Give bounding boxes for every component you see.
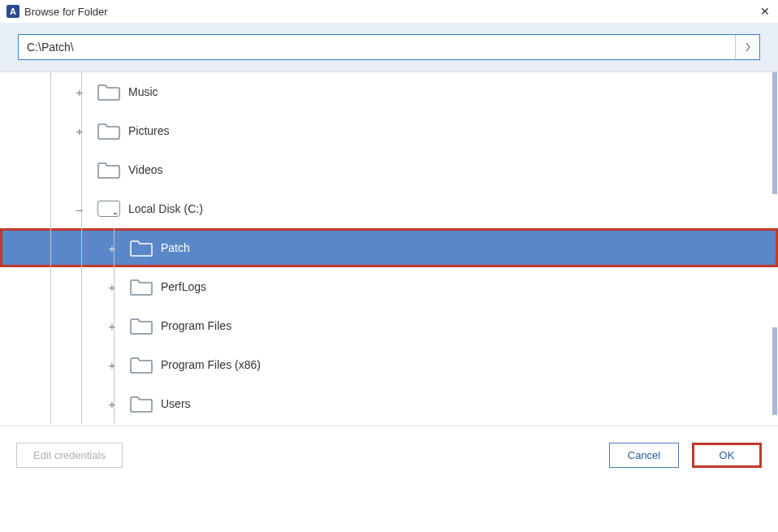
expand-icon[interactable]: +: [75, 124, 84, 138]
folder-icon: [130, 278, 153, 296]
row-content: Patch: [0, 239, 190, 257]
tree-item-label: Patch: [161, 241, 190, 254]
folder-icon: [130, 317, 153, 335]
go-button[interactable]: [735, 35, 759, 59]
disk-icon: [97, 201, 120, 217]
path-bar: [0, 23, 778, 72]
ok-button[interactable]: OK: [692, 443, 762, 468]
tree-item-label: Local Disk (C:): [128, 202, 203, 215]
tree-row[interactable]: Videos: [0, 150, 778, 189]
folder-icon: [130, 395, 153, 413]
window-title: Browse for Folder: [24, 6, 108, 18]
expand-icon[interactable]: +: [107, 358, 117, 372]
expand-icon[interactable]: +: [107, 397, 117, 411]
titlebar: A Browse for Folder ✕: [0, 0, 778, 23]
app-icon: A: [6, 5, 19, 18]
row-content: Users: [0, 395, 191, 413]
tree-container: + Music+ Pictures Videos–Local Disk (C:)…: [0, 72, 778, 426]
scrollbar[interactable]: [771, 72, 777, 426]
folder-icon: [130, 239, 153, 257]
tree-item-label: Users: [161, 397, 191, 410]
expand-icon[interactable]: +: [107, 319, 117, 333]
scroll-thumb[interactable]: [772, 72, 777, 194]
tree-row[interactable]: + Program Files: [0, 306, 778, 345]
expand-icon[interactable]: +: [107, 280, 117, 294]
row-content: Local Disk (C:): [0, 201, 203, 217]
collapse-icon[interactable]: –: [75, 202, 84, 216]
tree-item-label: Program Files (x86): [161, 358, 261, 371]
chevron-right-icon: [745, 42, 751, 52]
row-content: Program Files (x86): [0, 356, 261, 374]
scroll-thumb[interactable]: [772, 327, 777, 415]
tree-item-label: Videos: [128, 163, 163, 176]
tree-item-label: Pictures: [128, 124, 170, 137]
path-field: [18, 34, 760, 60]
cancel-button[interactable]: Cancel: [609, 443, 679, 468]
folder-tree[interactable]: + Music+ Pictures Videos–Local Disk (C:)…: [0, 72, 778, 423]
tree-row[interactable]: + PerfLogs: [0, 267, 778, 306]
tree-row[interactable]: + Pictures: [0, 111, 778, 150]
tree-row[interactable]: + Patch: [0, 228, 778, 267]
tree-row[interactable]: + Music: [0, 72, 778, 111]
folder-icon: [97, 161, 120, 179]
footer: Edit credentials Cancel OK: [0, 426, 778, 484]
tree-item-label: PerfLogs: [161, 280, 206, 293]
folder-icon: [97, 122, 120, 140]
row-content: PerfLogs: [0, 278, 206, 296]
titlebar-left: A Browse for Folder: [6, 5, 108, 18]
tree-item-label: Music: [128, 85, 158, 98]
edit-credentials-button[interactable]: Edit credentials: [16, 443, 123, 468]
folder-icon: [130, 356, 153, 374]
tree-item-label: Program Files: [161, 319, 231, 332]
tree-row[interactable]: + Users: [0, 384, 778, 423]
folder-icon: [97, 83, 120, 101]
tree-row[interactable]: + Program Files (x86): [0, 345, 778, 384]
path-input[interactable]: [19, 35, 735, 59]
row-content: Pictures: [0, 122, 170, 140]
expand-icon[interactable]: +: [75, 85, 84, 99]
tree-row[interactable]: –Local Disk (C:): [0, 189, 778, 228]
footer-right: Cancel OK: [609, 443, 762, 468]
expand-icon[interactable]: +: [107, 241, 117, 255]
close-icon[interactable]: ✕: [760, 5, 770, 18]
